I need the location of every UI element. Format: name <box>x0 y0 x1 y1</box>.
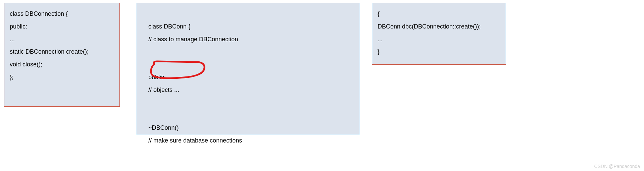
code-line: }; <box>10 71 115 84</box>
code-comment: // make sure database connections <box>148 134 242 147</box>
code-line: public: // objects ... <box>142 58 355 109</box>
code-line: { // are always closed <box>142 160 355 171</box>
code-fragment: public: <box>148 71 219 84</box>
code-comment: // objects ... <box>148 84 179 97</box>
code-box-2: class DBConn { // class to manage DBConn… <box>136 3 360 135</box>
code-box-1: class DBConnection { public: ... static … <box>4 3 120 107</box>
code-fragment: ~DBConn() <box>148 122 219 134</box>
code-line: class DBConnection { <box>10 8 115 20</box>
code-box-3: { DBConn dbc(DBConnection::create()); ..… <box>372 3 506 65</box>
watermark-text: CSDN @Pandaconda <box>594 164 640 169</box>
code-line: public: <box>10 20 115 33</box>
code-line: DBConn dbc(DBConnection::create()); <box>378 20 501 33</box>
code-line: { <box>378 8 501 20</box>
code-line: class DBConn { // class to manage DBConn… <box>142 8 355 58</box>
code-line: static DBConnection create(); <box>10 46 115 58</box>
code-line: ... <box>10 33 115 46</box>
code-fragment: class DBConn { <box>148 20 219 33</box>
code-line: ~DBConn() // make sure database connecti… <box>142 109 355 160</box>
code-line: void close(); <box>10 58 115 71</box>
code-comment: // class to manage DBConnection <box>148 33 238 46</box>
code-line: ... <box>378 33 501 46</box>
code-line: } <box>378 46 501 58</box>
